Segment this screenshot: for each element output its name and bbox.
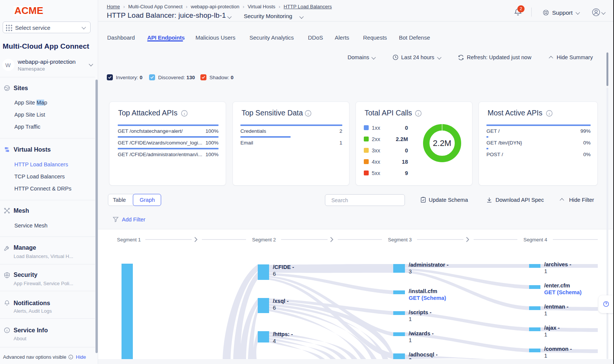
- svg-text:/xsql -: /xsql -: [273, 298, 289, 304]
- svg-text:/CFIDE -: /CFIDE -: [273, 264, 294, 270]
- svg-text:GET (Schema): GET (Schema): [544, 289, 582, 295]
- svg-text:/https: -: /https: -: [273, 331, 293, 337]
- svg-text:Segment 2: Segment 2: [252, 237, 276, 243]
- svg-text:GET (Schema): GET (Schema): [409, 295, 446, 301]
- svg-text:/scripts -: /scripts -: [409, 309, 432, 315]
- svg-text:2: 2: [409, 357, 412, 359]
- svg-text:/common -: /common -: [544, 346, 572, 352]
- svg-text:1: 1: [409, 337, 412, 343]
- svg-text:/administrator -: /administrator -: [409, 262, 449, 268]
- svg-text:/ajax -: /ajax -: [544, 325, 560, 331]
- svg-text:6: 6: [273, 271, 276, 277]
- svg-text:/archives -: /archives -: [544, 261, 571, 267]
- svg-text:1: 1: [544, 310, 547, 316]
- svg-text:Segment 1: Segment 1: [117, 237, 141, 243]
- svg-text:1: 1: [544, 268, 547, 274]
- svg-text:Segment 4: Segment 4: [523, 237, 547, 243]
- svg-text:3: 3: [409, 269, 412, 275]
- svg-text:/install.cfm: /install.cfm: [409, 288, 437, 294]
- svg-text:/wizards -: /wizards -: [409, 330, 434, 336]
- svg-text:/entman -: /entman -: [544, 304, 569, 310]
- svg-text:/adhocsql -: /adhocsql -: [409, 352, 438, 358]
- svg-text:6: 6: [273, 305, 276, 311]
- svg-text:Segment 3: Segment 3: [388, 237, 412, 243]
- svg-text:1: 1: [409, 316, 412, 322]
- svg-text:1: 1: [544, 353, 547, 359]
- svg-text:1: 1: [544, 332, 547, 338]
- svg-text:2.2M: 2.2M: [433, 138, 451, 148]
- svg-text:/enter.cfm: /enter.cfm: [544, 283, 570, 289]
- svg-text:4: 4: [273, 338, 276, 344]
